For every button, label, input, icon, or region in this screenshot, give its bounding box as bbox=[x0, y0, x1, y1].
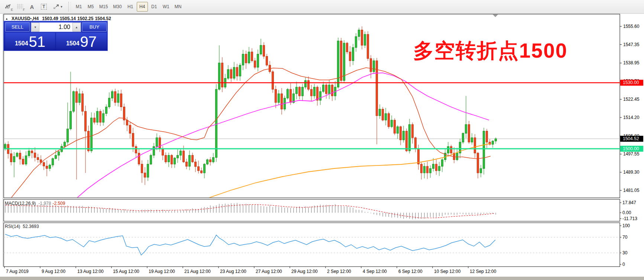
svg-text:-11.713: -11.713 bbox=[622, 216, 637, 221]
timeframe-button-m1[interactable]: M1 bbox=[73, 2, 84, 12]
svg-text:1500.00: 1500.00 bbox=[623, 146, 639, 151]
timeframe-button-w1[interactable]: W1 bbox=[161, 2, 172, 12]
ohlc-high: 1505.14 bbox=[60, 16, 76, 21]
volume-stepper: ▼ 1.00 ▲ bbox=[31, 22, 81, 32]
subscript-f: F bbox=[23, 8, 25, 12]
mt4-window: E F A T ▼ M1M5M15M30H1H4D1W1MN 1555.6015… bbox=[0, 0, 644, 280]
rsi-header: RSI(14) 52.3693 bbox=[5, 224, 39, 229]
svg-text:15 Aug 12:00: 15 Aug 12:00 bbox=[113, 269, 139, 274]
subscript-e: E bbox=[11, 8, 13, 12]
svg-text:23 Aug 12:00: 23 Aug 12:00 bbox=[220, 269, 246, 274]
svg-text:1538.95: 1538.95 bbox=[623, 60, 640, 65]
sell-price-big: 51 bbox=[29, 34, 46, 49]
svg-text:12 Sep 12:00: 12 Sep 12:00 bbox=[470, 269, 496, 274]
svg-text:30: 30 bbox=[622, 250, 628, 255]
timeframe-button-m30[interactable]: M30 bbox=[111, 2, 124, 12]
symbol-name: XAUUSD-,H4 bbox=[12, 16, 39, 21]
svg-text:29 Aug 12:00: 29 Aug 12:00 bbox=[291, 269, 318, 274]
volume-decrease-button[interactable]: ▼ bbox=[31, 23, 39, 32]
svg-text:70: 70 bbox=[622, 235, 628, 240]
buy-price[interactable]: 1504 97 bbox=[56, 33, 107, 50]
svg-text:1555.60: 1555.60 bbox=[623, 24, 640, 29]
svg-text:7 Aug 2019: 7 Aug 2019 bbox=[6, 269, 29, 274]
svg-text:1481.05: 1481.05 bbox=[623, 188, 640, 193]
sell-button[interactable]: SELL bbox=[5, 22, 30, 32]
svg-text:0: 0 bbox=[622, 262, 625, 267]
buy-price-big: 97 bbox=[80, 34, 97, 49]
svg-text:10 Sep 12:00: 10 Sep 12:00 bbox=[434, 269, 461, 274]
svg-text:1497.55: 1497.55 bbox=[623, 151, 640, 157]
volume-increase-button[interactable]: ▲ bbox=[72, 23, 81, 32]
collapse-triangle-icon[interactable]: ▲ bbox=[5, 17, 8, 20]
svg-text:100: 100 bbox=[622, 223, 630, 228]
timeframe-bar: M1M5M15M30H1H4D1W1MN bbox=[73, 2, 184, 12]
rsi-value: 52.3693 bbox=[23, 224, 39, 229]
macd-label: MACD(12,26,9) bbox=[5, 201, 36, 206]
sell-price[interactable]: 1504 51 bbox=[5, 33, 55, 50]
svg-text:1489.30: 1489.30 bbox=[623, 170, 640, 175]
svg-text:17.847: 17.847 bbox=[622, 200, 636, 205]
timeframe-button-h4[interactable]: H4 bbox=[137, 2, 148, 12]
svg-text:9 Aug 12:00: 9 Aug 12:00 bbox=[42, 269, 65, 274]
svg-text:1547.35: 1547.35 bbox=[623, 42, 640, 47]
svg-text:19 Aug 12:00: 19 Aug 12:00 bbox=[149, 269, 175, 274]
svg-text:2 Sep 12:00: 2 Sep 12:00 bbox=[327, 269, 351, 274]
svg-text:1522.45: 1522.45 bbox=[623, 97, 640, 102]
macd-value-signal: -2.509 bbox=[52, 201, 65, 206]
window-bottom-edge bbox=[0, 277, 644, 280]
rsi-label: RSI(14) bbox=[5, 224, 20, 229]
svg-text:1530.00: 1530.00 bbox=[623, 80, 639, 85]
text-label-icon-button[interactable]: A bbox=[26, 1, 38, 12]
svg-text:1514.20: 1514.20 bbox=[623, 115, 640, 120]
toolbar: E F A T ▼ M1M5M15M30H1H4D1W1MN bbox=[0, 0, 644, 14]
svg-text:4 Sep 12:00: 4 Sep 12:00 bbox=[363, 269, 387, 274]
timeframe-button-h1[interactable]: H1 bbox=[125, 2, 136, 12]
arrange-arrows-icon-button[interactable]: ▼ bbox=[50, 1, 66, 12]
chart-window: 1555.601547.351538.951530.701522.451514.… bbox=[0, 14, 644, 280]
ohlc-open: 1503.49 bbox=[42, 16, 58, 21]
grid-icon-button[interactable]: F bbox=[14, 1, 26, 12]
svg-text:6 Sep 12:00: 6 Sep 12:00 bbox=[398, 269, 423, 274]
svg-text:13 Aug 12:00: 13 Aug 12:00 bbox=[77, 269, 104, 274]
timeframe-button-mn[interactable]: MN bbox=[172, 2, 184, 12]
svg-text:1504.52: 1504.52 bbox=[623, 136, 639, 141]
ohlc-low: 1502.25 bbox=[77, 16, 93, 21]
timeframe-button-m15[interactable]: M15 bbox=[97, 2, 110, 12]
buy-button[interactable]: BUY bbox=[82, 22, 107, 32]
toolbar-separator bbox=[68, 2, 71, 12]
sell-price-small: 1504 bbox=[15, 38, 28, 49]
buy-price-small: 1504 bbox=[66, 38, 80, 49]
svg-text:21 Aug 12:00: 21 Aug 12:00 bbox=[184, 269, 211, 274]
svg-text:0.00: 0.00 bbox=[622, 210, 631, 215]
text-box-icon-button[interactable]: T bbox=[38, 1, 50, 12]
symbol-header: ▲ XAUUSD-,H4 1503.49 1505.14 1502.25 150… bbox=[5, 16, 111, 21]
volume-value[interactable]: 1.00 bbox=[39, 23, 72, 32]
ohlc-close: 1504.52 bbox=[95, 16, 111, 21]
timeframe-button-m5[interactable]: M5 bbox=[85, 2, 96, 12]
chart-pencil-icon-button[interactable]: E bbox=[2, 1, 14, 12]
one-click-trade-panel: SELL ▼ 1.00 ▲ BUY 1504 51 1504 97 bbox=[3, 21, 108, 51]
dropdown-caret-icon: ▼ bbox=[60, 5, 63, 9]
svg-text:27 Aug 12:00: 27 Aug 12:00 bbox=[256, 269, 282, 274]
chart-annotation-text: 多空转折点1500 bbox=[413, 41, 567, 61]
macd-header: MACD(12,26,9) -1.978 -2.509 bbox=[5, 201, 65, 206]
timeframe-button-d1[interactable]: D1 bbox=[149, 2, 160, 12]
macd-value-main: -1.978 bbox=[38, 201, 51, 206]
